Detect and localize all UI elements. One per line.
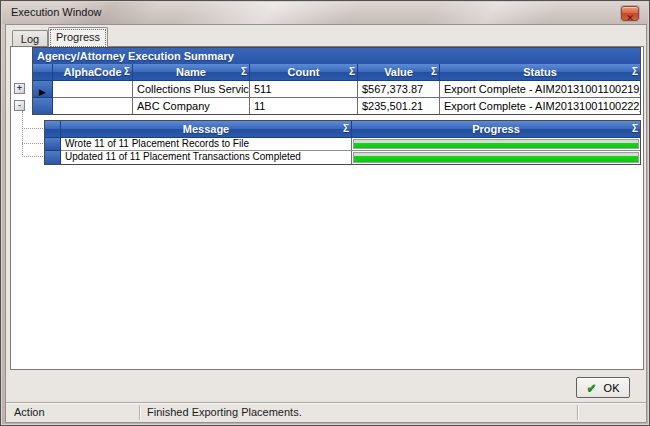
- cell-message[interactable]: Wrote 11 of 11 Placement Records to File: [61, 138, 352, 151]
- cell-status[interactable]: Export Complete - AIM20131001100219_1.CP…: [440, 81, 640, 98]
- tab-log[interactable]: Log: [12, 30, 48, 47]
- cell-name[interactable]: ABC Company: [133, 98, 250, 114]
- cell-progress: [352, 151, 640, 164]
- window-title: Execution Window: [11, 2, 102, 23]
- column-header-alphacode-label: AlphaCode: [63, 66, 121, 78]
- summary-grid: Agency/Attorney Execution Summary AlphaC…: [32, 47, 641, 115]
- row-selector[interactable]: [45, 138, 61, 151]
- row-selector[interactable]: [45, 151, 61, 164]
- client-area: Log Progress + - Agency/Attorney Executi…: [5, 24, 647, 423]
- sigma-icon[interactable]: Σ: [431, 64, 437, 80]
- column-header-value-label: Value: [384, 66, 413, 78]
- tab-log-label: Log: [21, 33, 39, 45]
- ok-button-label: OK: [604, 382, 620, 394]
- column-header-alphacode[interactable]: AlphaCode Σ: [53, 64, 133, 81]
- cell-progress: [352, 138, 640, 151]
- cell-alphacode[interactable]: [53, 98, 133, 114]
- cell-value[interactable]: $235,501.21: [358, 98, 440, 114]
- cell-count[interactable]: 11: [250, 98, 358, 114]
- tree-line-horizontal: [22, 156, 45, 157]
- column-header-progress-label: Progress: [472, 123, 520, 135]
- column-header-value[interactable]: Value Σ: [358, 64, 440, 81]
- collapse-button-row2[interactable]: -: [14, 100, 25, 111]
- status-bar-separator: [139, 405, 141, 420]
- detail-grid: Message Σ Progress Σ Wrote 11 of 11 Plac…: [44, 120, 641, 165]
- close-icon: ✕: [626, 13, 634, 23]
- tree-line-vertical: [22, 111, 23, 157]
- status-action-label: Action: [14, 403, 45, 422]
- sigma-icon[interactable]: Σ: [632, 121, 638, 137]
- sigma-icon[interactable]: Σ: [124, 64, 130, 80]
- sigma-icon[interactable]: Σ: [241, 64, 247, 80]
- column-header-status[interactable]: Status Σ: [440, 64, 640, 81]
- expand-button-row1[interactable]: +: [14, 83, 25, 94]
- status-message: Finished Exporting Placements.: [147, 403, 302, 422]
- cell-name[interactable]: Collections Plus Services: [133, 81, 250, 98]
- titlebar-streak: [174, 2, 359, 24]
- plus-icon: +: [17, 83, 22, 93]
- execution-window: Execution Window ✕ Log Progress + -: [0, 0, 650, 426]
- column-header-progress[interactable]: Progress Σ: [352, 121, 640, 138]
- column-header-message-label: Message: [183, 123, 229, 135]
- tab-progress[interactable]: Progress: [48, 27, 108, 47]
- status-bar-separator: [577, 405, 579, 420]
- status-bar: Action Finished Exporting Placements.: [6, 402, 646, 422]
- row-selector[interactable]: [33, 98, 53, 114]
- sigma-icon[interactable]: Σ: [349, 64, 355, 80]
- column-header-name[interactable]: Name Σ: [133, 64, 250, 81]
- cell-status[interactable]: Export Complete - AIM20131001100222_2.CP…: [440, 98, 640, 114]
- close-button[interactable]: ✕: [621, 6, 639, 21]
- progress-bar: [353, 152, 639, 163]
- header-selector-stub: [33, 64, 53, 81]
- detail-header-selector-stub: [45, 121, 61, 138]
- sigma-icon[interactable]: Σ: [343, 121, 349, 137]
- check-icon: ✔: [587, 381, 597, 395]
- titlebar-streak: [424, 2, 559, 24]
- sigma-icon[interactable]: Σ: [632, 64, 638, 80]
- cell-value[interactable]: $567,373.87: [358, 81, 440, 98]
- ok-button[interactable]: ✔ OK: [576, 377, 630, 398]
- cell-alphacode[interactable]: [53, 81, 133, 98]
- minus-icon: -: [18, 100, 21, 110]
- tab-focus-rect: [51, 30, 105, 46]
- progress-tab-panel: + - Agency/Attorney Execution Summary Al…: [10, 46, 644, 370]
- cell-message[interactable]: Updated 11 of 11 Placement Transactions …: [61, 151, 352, 164]
- column-header-count-label: Count: [288, 66, 320, 78]
- current-row-arrow-icon: ▶: [39, 87, 46, 97]
- column-header-count[interactable]: Count Σ: [250, 64, 358, 81]
- progress-bar: [353, 139, 639, 149]
- column-header-status-label: Status: [523, 66, 557, 78]
- tree-line-horizontal: [22, 128, 45, 129]
- summary-band: Agency/Attorney Execution Summary: [33, 48, 640, 64]
- tree-line-horizontal: [22, 143, 45, 144]
- column-header-message[interactable]: Message Σ: [61, 121, 352, 138]
- title-bar[interactable]: Execution Window ✕: [2, 2, 648, 24]
- cell-count[interactable]: 511: [250, 81, 358, 98]
- row-selector[interactable]: ▶: [33, 81, 53, 98]
- column-header-name-label: Name: [176, 66, 206, 78]
